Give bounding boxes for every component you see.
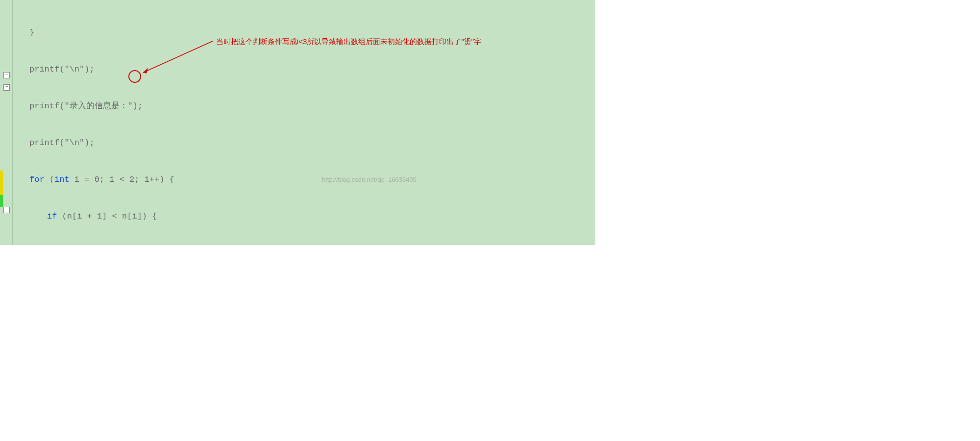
change-marker	[0, 195, 3, 207]
gutter: − − −	[0, 0, 13, 245]
fold-toggle[interactable]: −	[3, 84, 10, 91]
fold-toggle[interactable]: −	[3, 72, 10, 78]
code-line: for (int i = 0; i < 2; i++) {	[13, 173, 595, 186]
change-marker	[0, 171, 3, 195]
code-line: printf("\n");	[13, 137, 595, 149]
code-line: printf("录入的信息是：");	[13, 100, 595, 112]
code-line: if (n[i + 1] < n[i]) {	[13, 210, 595, 222]
watermark: http://blog.csdn.net/qq_16633405	[322, 173, 416, 186]
code-editor: − − − } printf("\n"); printf("录入的信息是：");…	[0, 0, 595, 245]
code-line: printf("\n");	[13, 63, 595, 75]
annotation-text: 当时把这个判断条件写成i<3所以导致输出数组后面未初始化的数据打印出了"烫"字	[216, 35, 481, 48]
code-area[interactable]: } printf("\n"); printf("录入的信息是："); print…	[13, 0, 595, 245]
fold-toggle[interactable]: −	[3, 207, 10, 213]
